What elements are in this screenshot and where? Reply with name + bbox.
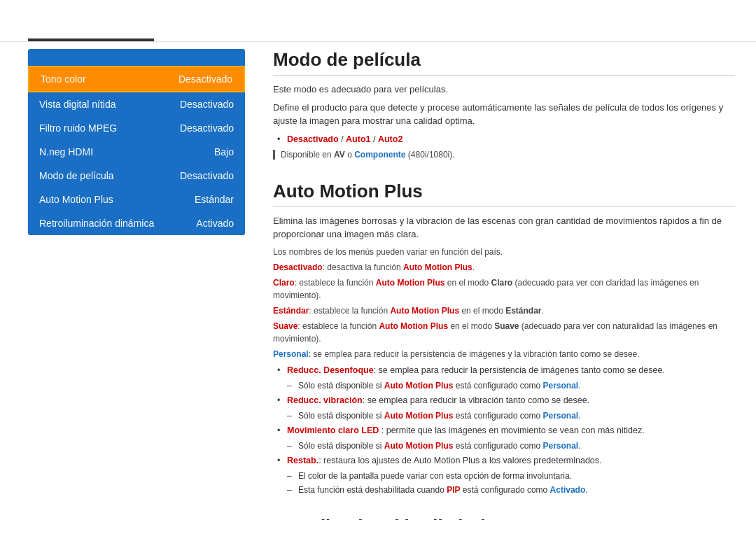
- sidebar-item-value: Desactivado: [180, 99, 234, 110]
- main-content: Modo de películaEste modo es adecuado pa…: [273, 49, 735, 520]
- bullet-item: Reducc. Desenfoque: se emplea para reduc…: [287, 363, 735, 377]
- sidebar-item-value: Activado: [196, 218, 234, 229]
- top-bar-line: [28, 38, 154, 41]
- sidebar-item-label: Tono color: [41, 73, 86, 85]
- amp-item: Personal: se emplea para reducir la pers…: [273, 348, 735, 360]
- sub-bullet: Sólo está disponible si Auto Motion Plus…: [298, 409, 735, 422]
- section-para2: Los nombres de los menús pueden variar e…: [273, 246, 735, 258]
- sidebar-item-label: Modo de película: [39, 170, 114, 181]
- sub-bullet: El color de la pantalla puede variar con…: [298, 470, 735, 482]
- section-title: Retroiluminación dinámica: [273, 516, 735, 521]
- section-paragraph: Este modo es adecuado para ver películas…: [273, 83, 735, 97]
- sidebar-item-label: N.neg HDMI: [39, 146, 93, 157]
- bullet-item: Desactivado / Auto1 / Auto2: [287, 132, 735, 146]
- sub-bullet: Sólo está disponible si Auto Motion Plus…: [298, 440, 735, 452]
- top-bar: [0, 0, 756, 42]
- sidebar-item-label: Filtro ruido MPEG: [39, 122, 117, 134]
- sidebar-item-label: Vista digital nítida: [39, 99, 115, 110]
- bullet-item: Reducc. vibración: se emplea para reduci…: [287, 393, 735, 407]
- sidebar-item[interactable]: Auto Motion PlusEstándar: [28, 188, 245, 211]
- section-auto-motion-plus: Auto Motion PlusElimina las imágenes bor…: [273, 181, 735, 496]
- sidebar-item-value: Desactivado: [178, 73, 232, 85]
- sub-bullet: Sólo está disponible si Auto Motion Plus…: [298, 379, 735, 392]
- amp-item: Claro: establece la función Auto Motion …: [273, 276, 735, 302]
- section-intro: Elimina las imágenes borrosas y la vibra…: [273, 214, 735, 241]
- bullet-item: Restab.: restaura los ajustes de Auto Mo…: [287, 454, 735, 468]
- sidebar-item-value: Bajo: [214, 146, 234, 157]
- amp-item: Desactivado: desactiva la función Auto M…: [273, 261, 735, 274]
- bullet-item: Movimiento claro LED : permite que las i…: [287, 423, 735, 437]
- sidebar-header: [28, 49, 245, 66]
- sidebar-item[interactable]: Vista digital nítidaDesactivado: [28, 92, 245, 116]
- section-modo-pelicula: Modo de películaEste modo es adecuado pa…: [273, 49, 735, 161]
- section-title: Auto Motion Plus: [273, 181, 735, 207]
- sidebar-item-label: Auto Motion Plus: [39, 194, 113, 205]
- sidebar-item[interactable]: Tono colorDesactivado: [28, 66, 245, 92]
- amp-item: Suave: establece la función Auto Motion …: [273, 320, 735, 345]
- divider-bar: [273, 150, 275, 160]
- sidebar-item[interactable]: N.neg HDMIBajo: [28, 140, 245, 164]
- sidebar-item-value: Estándar: [195, 194, 234, 205]
- sub-bullet: Esta función está deshabilitada cuando P…: [298, 484, 735, 496]
- sidebar-item-label: Retroiluminación dinámica: [39, 218, 154, 229]
- sidebar-item[interactable]: Retroiluminación dinámicaActivado: [28, 211, 245, 235]
- section-retroiluminacion: Retroiluminación dinámicaAjuste automáti…: [273, 516, 735, 521]
- sidebar-item[interactable]: Modo de películaDesactivado: [28, 164, 245, 188]
- sidebar-items: Tono colorDesactivadoVista digital nítid…: [28, 66, 245, 235]
- sidebar-item-value: Desactivado: [180, 122, 234, 134]
- sidebar-item[interactable]: Filtro ruido MPEGDesactivado: [28, 116, 245, 140]
- sections-container: Modo de películaEste modo es adecuado pa…: [273, 49, 735, 520]
- section-paragraph: Define el producto para que detecte y pr…: [273, 101, 735, 128]
- amp-item: Estándar: establece la función Auto Moti…: [273, 304, 735, 317]
- section-title: Modo de película: [273, 49, 735, 76]
- sidebar-item-value: Desactivado: [180, 170, 234, 181]
- divider-note: Disponible en AV o Componente (480i/1080…: [273, 148, 735, 161]
- sidebar: Tono colorDesactivadoVista digital nítid…: [28, 49, 245, 235]
- divider-note-text: Disponible en AV o Componente (480i/1080…: [281, 148, 455, 161]
